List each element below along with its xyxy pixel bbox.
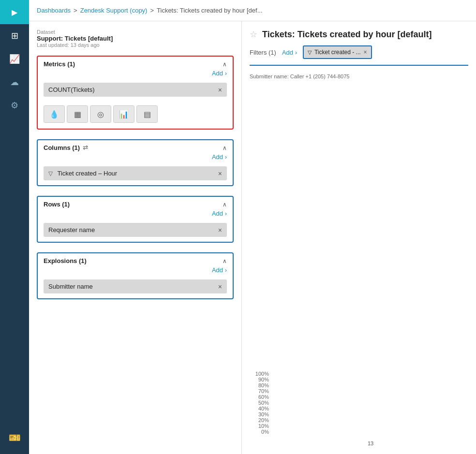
metrics-title: Metrics (1) [44,60,75,68]
support-icon: 🎫 [9,432,21,443]
chart-icon-table[interactable]: ▤ [136,105,158,123]
chart-title: Tickets: Tickets created by hour [defaul… [262,29,431,40]
explosions-item-close-0[interactable]: × [218,283,222,290]
filter-tag-0[interactable]: ▽ Ticket created - ... × [303,45,372,59]
explosions-header: Explosions (1) ∧ [38,253,233,266]
metrics-add-btn-row: Add › [38,70,233,81]
filter-tag-close[interactable]: × [364,49,367,56]
y-label-40: 40% [258,406,269,411]
rows-section: Rows (1) ∧ Add › Requester name × [37,196,234,243]
filters-row: Filters (1) Add › ▽ Ticket created - ...… [250,45,468,66]
chart-icons-row: 💧 ▦ ◎ 📊 ▤ [38,102,233,129]
columns-section: Columns (1) ⇄ ∧ Add › ▽ Ticket created –… [37,139,234,186]
chart-icon-droplet[interactable]: 💧 [44,105,65,123]
columns-chevron-icon[interactable]: ∧ [223,145,227,151]
columns-add-btn-row: Add › [38,153,233,164]
sidebar-item-analytics[interactable]: 📈 [0,47,29,71]
bar-chart-icon: ▦ [74,110,81,119]
droplet-icon: 💧 [49,110,59,119]
columns-item-close-0[interactable]: × [218,170,222,177]
table-icon: ▤ [144,110,151,119]
y-label-20: 20% [258,417,269,423]
radio-icon: ◎ [97,110,104,119]
dataset-name: Support: Tickets [default] [37,35,234,42]
dataset-info: Dataset Support: Tickets [default] Last … [37,29,234,48]
y-label-90: 90% [258,377,269,382]
chart-icon-trend[interactable]: 📊 [113,105,134,123]
dataset-label: Dataset [37,29,234,35]
columns-header: Columns (1) ⇄ ∧ [38,140,233,153]
y-label-100: 100% [255,371,269,377]
dataset-updated: Last updated: 13 days ago [37,42,234,48]
upload-icon: ☁ [10,77,19,88]
chart-main: 13 [273,438,468,446]
metrics-item-label-0: COUNT(Tickets) [48,86,95,93]
explosions-item-label-0: Submitter name [48,283,93,290]
body-area: Dataset Support: Tickets [default] Last … [29,21,476,454]
chart-header: ☆ Tickets: Tickets created by hour [defa… [250,29,468,40]
star-icon[interactable]: ☆ [250,29,257,40]
metrics-section: Metrics (1) ∧ Add › COUNT(Tickets) × 💧 [37,56,234,130]
breadcrumb-sep2: > [150,7,154,14]
metrics-header: Metrics (1) ∧ [38,57,233,70]
chart-icon-bar[interactable]: ▦ [67,105,88,123]
dashboard-icon: ⊞ [11,30,18,41]
explosions-add-btn-row: Add › [38,266,233,278]
explosions-chevron-icon[interactable]: ∧ [223,258,227,264]
x-axis: 13 [273,438,468,446]
x-label: 13 [368,440,373,446]
filter-add-button[interactable]: Add › [282,49,297,56]
metrics-item-0: COUNT(Tickets) × [44,83,227,97]
chart-area: 100% 90% 80% 70% 60% 50% 40% 30% 20% 10%… [250,81,468,446]
filter-icon-col-0: ▽ [48,170,53,177]
rows-item-close-0[interactable]: × [218,227,222,234]
shuffle-icon: ⇄ [83,144,88,151]
y-label-10: 10% [258,423,269,429]
main-content: Dashboards > Zendesk Support (copy) > Ti… [29,0,476,454]
rows-chevron-icon[interactable]: ∧ [223,201,227,208]
sidebar-item-upload[interactable]: ☁ [0,71,29,94]
sidebar-bottom: 🎫 [0,426,29,449]
left-panel: Dataset Support: Tickets [default] Last … [29,21,242,454]
trend-icon: 📊 [119,110,129,119]
breadcrumb-zendesk[interactable]: Zendesk Support (copy) [80,7,148,14]
breadcrumb-sep1: > [74,7,77,14]
filter-tag-text: Ticket created - ... [314,49,361,56]
rows-add-btn-row: Add › [38,210,233,221]
sidebar-item-support[interactable]: 🎫 [0,426,29,449]
columns-title: Columns (1) ⇄ [44,144,88,151]
submitter-label: Submitter name: Caller +1 (205) 744-8075 [250,73,468,79]
y-label-70: 70% [258,388,269,394]
sidebar-logo[interactable]: ▶ [0,0,29,24]
explosions-item-0: Submitter name × [44,279,227,293]
columns-add-button[interactable]: Add › [212,153,227,161]
sidebar: ▶ ⊞ 📈 ☁ ⚙ 🎫 [0,0,29,454]
metrics-chevron-icon[interactable]: ∧ [223,61,227,68]
rows-header: Rows (1) ∧ [38,197,233,210]
breadcrumb-dashboards[interactable]: Dashboards [37,7,71,14]
analytics-icon: 📈 [9,54,20,64]
explosions-add-button[interactable]: Add › [212,266,227,274]
chart-icon-radio[interactable]: ◎ [90,105,111,123]
columns-item-0: ▽ Ticket created – Hour × [44,166,227,180]
y-label-60: 60% [258,394,269,400]
metrics-item-close-0[interactable]: × [218,87,222,93]
sidebar-item-settings[interactable]: ⚙ [0,94,29,117]
metrics-add-button[interactable]: Add › [212,70,227,77]
y-axis: 100% 90% 80% 70% 60% 50% 40% 30% 20% 10%… [250,371,269,446]
rows-add-button[interactable]: Add › [212,210,227,217]
rows-item-label-0: Requester name [48,226,95,234]
rows-title: Rows (1) [44,201,70,208]
columns-item-content-0: ▽ Ticket created – Hour [48,170,117,177]
explosions-title: Explosions (1) [44,257,87,264]
settings-icon: ⚙ [11,100,18,111]
filters-label: Filters (1) [250,49,276,56]
y-label-80: 80% [258,382,269,388]
y-label-30: 30% [258,411,269,417]
sidebar-item-dashboard[interactable]: ⊞ [0,24,29,47]
columns-item-label-0: Ticket created – Hour [57,170,117,177]
chart-wrapper: 100% 90% 80% 70% 60% 50% 40% 30% 20% 10%… [250,81,468,446]
filter-funnel-icon: ▽ [308,49,312,56]
logo-icon: ▶ [12,8,17,17]
breadcrumb: Dashboards > Zendesk Support (copy) > Ti… [29,0,476,21]
